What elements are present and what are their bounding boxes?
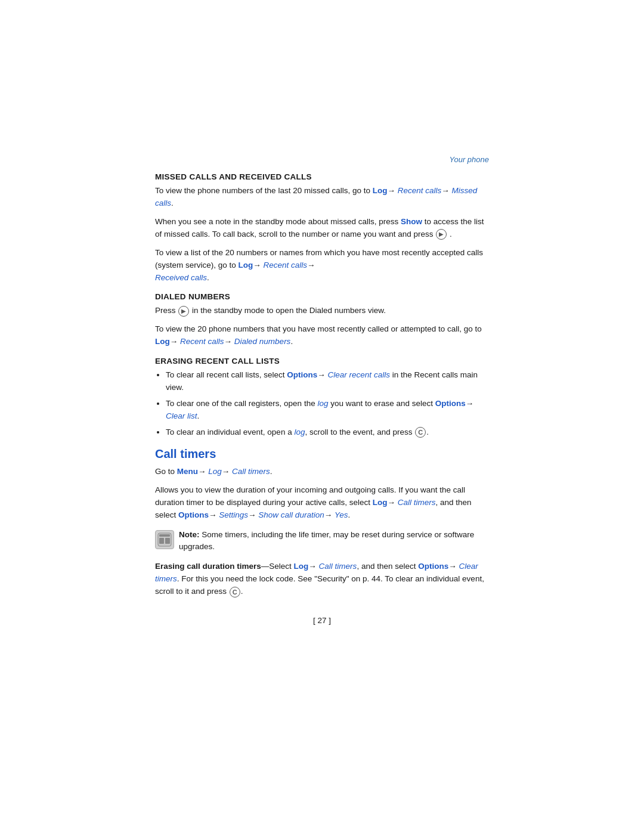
options-link-1[interactable]: Options [287, 370, 317, 379]
call-timers-link-2[interactable]: Call timers [398, 498, 436, 507]
log-link-7[interactable]: Log [373, 498, 388, 507]
svg-rect-1 [159, 538, 164, 544]
erasing-bullet-list: To clear all recent call lists, select O… [166, 369, 489, 439]
missed-calls-para2: When you see a note in the standby mode … [155, 216, 489, 241]
call-timers-link-3[interactable]: Call timers [319, 562, 357, 571]
log-link-2[interactable]: Log [239, 261, 253, 270]
call-timers-heading: Call timers [155, 447, 489, 461]
show-call-duration-link[interactable]: Show call duration [258, 510, 324, 519]
missed-calls-para1: To view the phone numbers of the last 20… [155, 185, 489, 210]
call-timers-section: Call timers Go to Menu→ Log→ Call timers… [155, 447, 489, 598]
erasing-bullet-1: To clear all recent call lists, select O… [166, 369, 489, 394]
erasing-bullet-2: To clear one of the call registers, open… [166, 398, 489, 423]
show-link[interactable]: Show [401, 217, 422, 226]
erasing-heading: ERASING RECENT CALL LISTS [155, 357, 489, 366]
call-timers-para1: Allows you to view the duration of your … [155, 484, 489, 522]
erasing-duration-para: Erasing call duration timers—Select Log→… [155, 561, 489, 598]
log-link-8[interactable]: Log [294, 562, 309, 571]
recent-calls-link-3[interactable]: Recent calls [180, 337, 224, 346]
dialed-numbers-link[interactable]: Dialed numbers [234, 337, 291, 346]
dialed-numbers-heading: DIALED NUMBERS [155, 292, 489, 301]
svg-rect-3 [159, 534, 170, 537]
page-container: Your phone MISSED CALLS AND RECEIVED CAL… [0, 0, 644, 833]
c-icon-1: C [415, 427, 426, 438]
missed-calls-section: MISSED CALLS AND RECEIVED CALLS To view … [155, 172, 489, 284]
log-link-4[interactable]: log [317, 399, 328, 408]
dialed-numbers-para2: To view the 20 phone numbers that you ha… [155, 323, 489, 348]
note-icon [155, 530, 174, 549]
content-area: Your phone MISSED CALLS AND RECEIVED CAL… [155, 0, 489, 696]
settings-link[interactable]: Settings [219, 510, 248, 519]
clear-list-link[interactable]: Clear list [166, 411, 197, 420]
c-icon-2: C [230, 587, 240, 597]
call-icon-1: ▶ [436, 229, 447, 240]
missed-calls-heading: MISSED CALLS AND RECEIVED CALLS [155, 172, 489, 181]
erasing-section: ERASING RECENT CALL LISTS To clear all r… [155, 357, 489, 439]
menu-link[interactable]: Menu [177, 467, 198, 476]
page-label-text: Your phone [449, 155, 489, 164]
dialed-numbers-para1: Press ▶ in the standby mode to open the … [155, 305, 489, 317]
page-label: Your phone [155, 155, 489, 164]
log-link-5[interactable]: log [294, 428, 305, 436]
options-link-4[interactable]: Options [418, 562, 448, 571]
yes-link[interactable]: Yes [335, 510, 348, 519]
options-link-2[interactable]: Options [435, 399, 466, 408]
page-number: [ 27 ] [155, 616, 489, 625]
recent-calls-link-1[interactable]: Recent calls [398, 186, 442, 195]
note-box: Note: Some timers, including the life ti… [155, 529, 489, 554]
recent-calls-link-2[interactable]: Recent calls [264, 261, 308, 270]
log-link-1[interactable]: Log [373, 186, 388, 195]
erasing-bullet-3: To clear an individual event, open a log… [166, 426, 489, 439]
note-text: Note: Some timers, including the life ti… [179, 529, 489, 554]
call-icon-2: ▶ [178, 306, 189, 317]
received-calls-link[interactable]: Received calls [155, 273, 207, 282]
clear-recent-calls-link[interactable]: Clear recent calls [328, 370, 390, 379]
call-timers-link-1[interactable]: Call timers [232, 467, 270, 476]
log-link-3[interactable]: Log [155, 337, 170, 346]
options-link-3[interactable]: Options [178, 510, 209, 519]
log-link-6[interactable]: Log [208, 467, 222, 476]
dialed-numbers-section: DIALED NUMBERS Press ▶ in the standby mo… [155, 292, 489, 348]
missed-calls-para3: To view a list of the 20 numbers or name… [155, 247, 489, 284]
call-timers-intro: Go to Menu→ Log→ Call timers. [155, 466, 489, 478]
svg-rect-2 [165, 538, 170, 544]
